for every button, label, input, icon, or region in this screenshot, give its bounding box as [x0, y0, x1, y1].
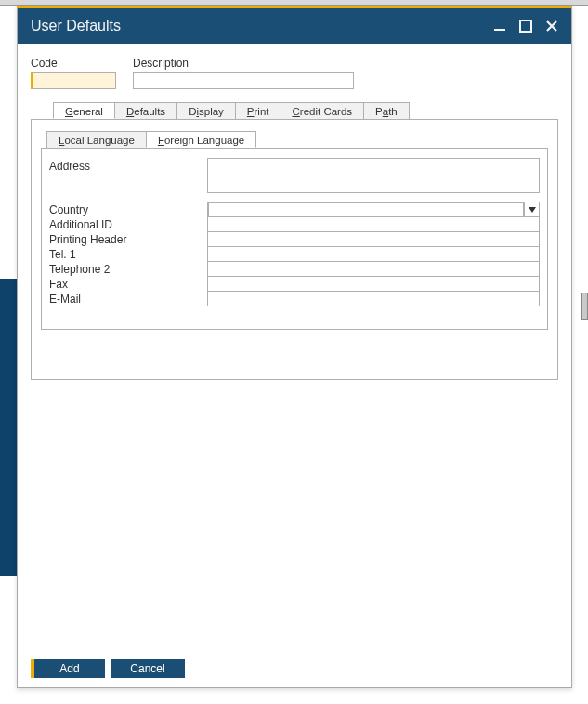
tab-print[interactable]: Print: [235, 102, 281, 119]
additional-id-input[interactable]: [207, 216, 540, 232]
general-panel: Local Language Foreign Language Address …: [31, 120, 558, 380]
description-input[interactable]: [133, 72, 354, 89]
titlebar: User Defaults: [18, 8, 571, 44]
svg-rect-1: [520, 20, 531, 32]
add-button[interactable]: Add: [31, 659, 105, 678]
close-button[interactable]: [542, 16, 562, 36]
action-buttons: Add Cancel: [31, 659, 558, 678]
maximize-button[interactable]: [516, 16, 536, 36]
code-label: Code: [31, 57, 116, 70]
tel1-label: Tel. 1: [49, 246, 207, 261]
user-defaults-window: User Defaults Code Description General D…: [17, 6, 572, 688]
tel2-input[interactable]: [207, 261, 540, 277]
printing-header-label: Printing Header: [49, 231, 207, 246]
tab-local-language[interactable]: Local Language: [46, 131, 147, 148]
address-input[interactable]: [207, 158, 540, 193]
tab-defaults[interactable]: Defaults: [114, 102, 177, 119]
tab-credit-cards[interactable]: Credit Cards: [281, 102, 365, 119]
email-label: E-Mail: [49, 291, 207, 306]
tab-display[interactable]: Display: [176, 102, 236, 119]
additional-id-label: Additional ID: [49, 216, 207, 231]
minimize-button[interactable]: [490, 16, 510, 36]
email-input[interactable]: [207, 291, 540, 306]
main-tabs: General Defaults Display Print Credit Ca…: [31, 102, 558, 120]
foreign-language-panel: Address Country: [41, 149, 548, 330]
description-label: Description: [133, 57, 354, 70]
svg-rect-0: [494, 29, 505, 31]
tab-general[interactable]: General: [53, 102, 115, 119]
sub-tabs: Local Language Foreign Language: [41, 131, 548, 149]
code-input[interactable]: [31, 72, 116, 89]
country-dropdown-icon[interactable]: [524, 202, 539, 216]
country-label: Country: [49, 202, 207, 216]
fax-label: Fax: [49, 276, 207, 291]
tel2-label: Telephone 2: [49, 261, 207, 276]
tel1-input[interactable]: [207, 246, 540, 262]
printing-header-input[interactable]: [207, 231, 540, 247]
window-title: User Defaults: [31, 18, 484, 34]
fax-input[interactable]: [207, 276, 540, 292]
cancel-button[interactable]: Cancel: [111, 659, 185, 678]
address-label: Address: [49, 158, 207, 173]
tab-path[interactable]: Path: [363, 102, 410, 119]
tab-foreign-language[interactable]: Foreign Language: [146, 131, 256, 148]
